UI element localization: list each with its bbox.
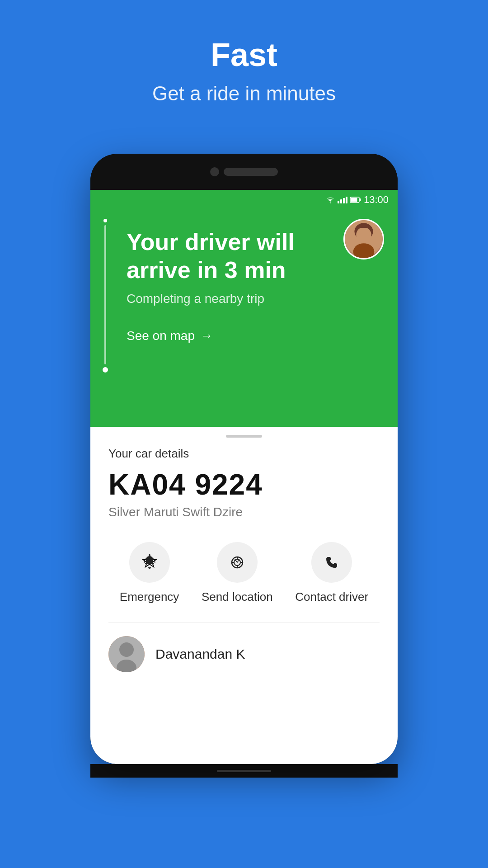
phone-container: 13:00 <box>90 154 398 787</box>
emergency-button[interactable]: Emergency <box>120 542 179 604</box>
page-subtitle: Get a ride in minutes <box>0 82 488 105</box>
phone-camera <box>210 167 219 176</box>
signal-icon <box>338 197 347 203</box>
driver-name: Davanandan K <box>155 646 245 662</box>
exclamation-top-dot <box>103 219 107 222</box>
header-section: Fast Get a ride in minutes <box>0 0 488 123</box>
car-plate: KA04 9224 <box>108 468 380 501</box>
green-card: Your driver will arrive in 3 min Complet… <box>90 210 398 427</box>
action-buttons-row: Emergency Send location <box>108 542 380 623</box>
exclamation-indicator <box>104 219 107 373</box>
phone-outer: 13:00 <box>90 154 398 764</box>
arrive-title: Your driver will arrive in 3 min <box>127 228 380 284</box>
car-details-label: Your car details <box>108 447 380 461</box>
car-model: Silver Maruti Swift Dzire <box>108 505 380 519</box>
contact-driver-button[interactable]: Contact driver <box>295 542 368 604</box>
phone-screen: 13:00 <box>90 190 398 764</box>
battery-icon <box>350 197 361 203</box>
phone-notch <box>90 154 398 190</box>
send-location-button[interactable]: Send location <box>202 542 273 604</box>
phone-bottom-bar <box>90 764 398 778</box>
svg-rect-1 <box>359 198 361 201</box>
status-icons: 13:00 <box>326 194 389 206</box>
status-time: 13:00 <box>364 194 389 206</box>
send-location-label: Send location <box>202 590 273 604</box>
home-indicator <box>217 770 271 772</box>
progress-line <box>104 225 106 364</box>
drag-handle <box>108 427 380 447</box>
emergency-label: Emergency <box>120 590 179 604</box>
bottom-panel: Your car details KA04 9224 Silver Maruti… <box>90 427 398 686</box>
send-location-circle <box>217 542 258 583</box>
send-location-icon <box>228 553 246 571</box>
svg-rect-7 <box>149 554 150 556</box>
svg-point-11 <box>119 642 134 657</box>
emergency-icon <box>141 553 159 571</box>
driver-avatar <box>343 219 384 259</box>
card-content: Your driver will arrive in 3 min Complet… <box>108 223 380 343</box>
phone-icon <box>323 553 341 571</box>
svg-point-5 <box>356 227 371 243</box>
trip-status: Completing a nearby trip <box>127 292 380 306</box>
driver-small-avatar <box>108 636 145 672</box>
exclamation-bottom-dot <box>103 367 108 373</box>
arrow-icon: → <box>200 329 213 343</box>
emergency-button-circle <box>129 542 170 583</box>
driver-info-row: Davanandan K <box>108 623 380 686</box>
contact-driver-label: Contact driver <box>295 590 368 604</box>
contact-driver-circle <box>311 542 352 583</box>
drag-bar <box>226 435 262 438</box>
phone-speaker <box>224 168 278 176</box>
svg-rect-2 <box>351 198 357 202</box>
status-bar: 13:00 <box>90 190 398 210</box>
page-title: Fast <box>0 36 488 73</box>
wifi-icon <box>326 196 335 203</box>
see-on-map-button[interactable]: See on map → <box>127 329 380 343</box>
